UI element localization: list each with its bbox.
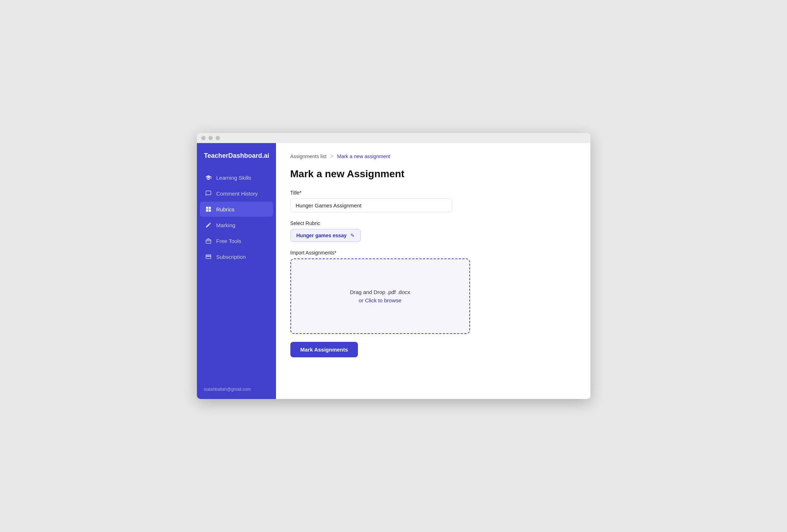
sidebar-footer-email: isaiahballah@gmail.com [197, 380, 276, 399]
title-label: Title* [290, 190, 470, 196]
import-label: Import Assignments* [290, 250, 470, 256]
page-title: Mark a new Assignment [290, 168, 576, 180]
sidebar-item-learning-skills[interactable]: Learning Skills [200, 170, 273, 185]
sidebar-item-subscription[interactable]: Subscription [200, 249, 273, 264]
sidebar-item-label: Learning Skills [216, 175, 252, 181]
file-drop-zone[interactable]: Drag and Drop .pdf .docx or Click to bro… [290, 258, 470, 334]
sidebar-item-label: Rubrics [216, 206, 235, 212]
maximize-dot [216, 136, 220, 140]
grid-icon [205, 206, 212, 213]
sidebar-brand: TeacherDashboard.ai [197, 143, 276, 170]
sidebar-item-rubrics[interactable]: Rubrics [200, 202, 273, 217]
sidebar-item-label: Free Tools [216, 238, 241, 244]
drop-zone-link[interactable]: or Click to browse [359, 297, 401, 303]
mark-assignments-button[interactable]: Mark Assignments [290, 342, 358, 357]
title-form-group: Title* [290, 190, 470, 212]
title-input[interactable] [290, 198, 452, 212]
id-card-icon [205, 253, 212, 260]
app-window: TeacherDashboard.ai Learning Skills [197, 133, 590, 399]
comment-icon [205, 190, 212, 197]
rubric-form-group: Select Rubric Hunger games essay ✎ [290, 220, 470, 242]
briefcase-icon [205, 237, 212, 244]
sidebar-item-marking[interactable]: Marking [200, 217, 273, 233]
sidebar-item-label: Subscription [216, 254, 246, 260]
assignment-form: Title* Select Rubric Hunger games essay … [290, 190, 470, 357]
sidebar-item-label: Marking [216, 222, 235, 228]
close-dot [201, 136, 206, 140]
titlebar [197, 133, 590, 143]
sidebar-item-free-tools[interactable]: Free Tools [200, 233, 273, 248]
breadcrumb-parent[interactable]: Assignments list [290, 153, 327, 159]
pencil-edit-icon[interactable]: ✎ [350, 233, 355, 238]
import-form-group: Import Assignments* Drag and Drop .pdf .… [290, 250, 470, 334]
sidebar-nav: Learning Skills Comment History [197, 170, 276, 380]
window-body: TeacherDashboard.ai Learning Skills [197, 143, 590, 399]
breadcrumb-separator: > [330, 153, 333, 160]
breadcrumb: Assignments list > Mark a new assignment [290, 153, 576, 160]
rubric-selector[interactable]: Hunger games essay ✎ [290, 229, 361, 242]
minimize-dot [208, 136, 213, 140]
drop-zone-text: Drag and Drop .pdf .docx [350, 289, 410, 295]
graduation-cap-icon [205, 174, 212, 181]
pencil-icon [205, 221, 212, 229]
sidebar-item-comment-history[interactable]: Comment History [200, 186, 273, 201]
main-content: Assignments list > Mark a new assignment… [276, 143, 590, 399]
rubric-label: Select Rubric [290, 220, 470, 226]
breadcrumb-current: Mark a new assignment [337, 153, 390, 159]
sidebar: TeacherDashboard.ai Learning Skills [197, 143, 276, 399]
rubric-selected-text: Hunger games essay [296, 233, 347, 238]
sidebar-item-label: Comment History [216, 191, 258, 197]
